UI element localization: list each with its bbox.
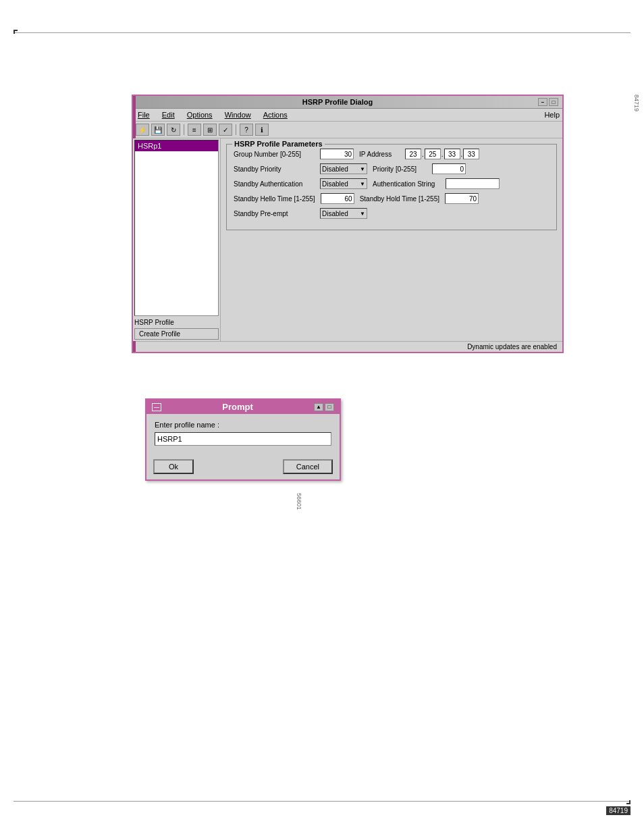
standby-priority-label: Standby Priority [234,165,315,173]
priority-input[interactable] [432,163,466,174]
maximize-button[interactable]: □ [549,98,558,106]
prompt-title-controls: ▲ □ [314,403,334,411]
toolbar-info-icon[interactable]: ℹ [255,124,269,136]
ip-octet-3[interactable] [444,149,460,159]
preempt-label: Standby Pre-empt [234,210,315,217]
prompt-minimize-button[interactable]: ▲ [314,403,323,411]
ip-address-label: IP Address [359,151,400,158]
prompt-maximize-button[interactable]: □ [325,403,334,411]
group-number-input[interactable] [320,149,354,159]
menu-edit[interactable]: Edit [160,110,177,120]
auth-string-input[interactable] [446,178,500,189]
param-row-preempt: Standby Pre-empt Disabled ▼ [234,208,549,219]
toolbar: ⚡ 💾 ↻ ≡ ⊞ ✓ ? ℹ [133,122,562,138]
prompt-system-menu[interactable]: — [152,403,161,411]
toolbar-check-icon[interactable]: ✓ [219,124,232,136]
toolbar-save-icon[interactable]: 💾 [151,124,165,136]
prompt-ok-button[interactable]: Ok [153,459,194,474]
profile-list-panel: HSRp1 HSRP Profile Create Profile [133,138,221,341]
hold-time-input[interactable] [445,193,479,204]
standby-priority-arrow: ▼ [360,166,365,172]
prompt-titlebar: — Prompt ▲ □ [146,400,340,414]
menu-help[interactable]: Help [544,111,560,119]
param-row-priority: Standby Priority Disabled ▼ Priority [0-… [234,163,549,174]
profile-list-box[interactable]: HSRp1 [134,140,219,316]
hsrp-side-number: 84719 [633,95,640,111]
prompt-dialog: — Prompt ▲ □ Enter profile name : Ok Can… [145,398,341,481]
hello-time-input[interactable] [321,193,354,204]
prompt-name-input[interactable] [155,432,331,446]
top-border [14,32,630,33]
toolbar-separator2 [236,124,236,135]
params-group: HSRP Profile Parameters Group Number [0-… [226,144,557,230]
prompt-buttons: Ok Cancel [146,459,340,479]
hsrp-titlebar: HSRP Profile Dialog − □ [133,96,562,109]
toolbar-nav-icon[interactable]: ⚡ [136,124,149,136]
corner-tl [14,30,18,34]
profile-label: HSRP Profile [134,319,219,326]
prompt-body: Enter profile name : [146,414,340,459]
standby-auth-select[interactable]: Disabled ▼ [320,178,367,189]
toolbar-refresh-icon[interactable]: ↻ [167,124,180,136]
corner-br [626,800,630,804]
prompt-title: Prompt [161,402,314,412]
standby-auth-label: Standby Authentication [234,180,315,188]
standby-priority-select[interactable]: Disabled ▼ [320,163,367,174]
menu-window[interactable]: Window [223,110,253,120]
hsrp-profile-dialog: HSRP Profile Dialog − □ File Edit Option… [132,95,564,353]
hsrp-dialog-title: HSRP Profile Dialog [137,98,538,106]
page-number-br: 84719 [606,806,630,815]
status-bar: Dynamic updates are enabled [133,341,562,352]
profile-list-item[interactable]: HSRp1 [135,140,218,151]
priority-label: Priority [0-255] [373,165,427,173]
toolbar-separator [184,124,184,135]
preempt-arrow: ▼ [360,211,365,217]
standby-auth-arrow: ▼ [360,181,365,187]
prompt-side-number: 56601 [296,493,302,510]
toolbar-grid-icon[interactable]: ⊞ [203,124,217,136]
bottom-border [14,801,630,802]
preempt-select[interactable]: Disabled ▼ [320,208,367,219]
prompt-input-label: Enter profile name : [155,421,331,429]
create-profile-button[interactable]: Create Profile [134,328,219,340]
ip-octet-2[interactable] [425,149,441,159]
param-row-group: Group Number [0-255] IP Address . . . [234,149,549,159]
menu-bar: File Edit Options Window Actions Help [133,109,562,122]
group-number-label: Group Number [0-255] [234,151,315,158]
params-group-title: HSRP Profile Parameters [232,140,325,148]
ip-address-inputs: . . . [405,149,479,159]
param-row-auth: Standby Authentication Disabled ▼ Authen… [234,178,549,189]
ip-octet-4[interactable] [463,149,479,159]
hello-time-label: Standby Hello Time [1-255] [234,195,315,203]
minimize-button[interactable]: − [538,98,547,106]
dialog-body: HSRp1 HSRP Profile Create Profile HSRP P… [133,138,562,341]
titlebar-controls: − □ [538,98,558,106]
hold-time-label: Standby Hold Time [1-255] [360,195,439,203]
menu-file[interactable]: File [136,110,152,120]
param-row-timers: Standby Hello Time [1-255] Standby Hold … [234,193,549,204]
toolbar-help-icon[interactable]: ? [240,124,253,136]
menu-options[interactable]: Options [185,110,215,120]
menu-actions[interactable]: Actions [261,110,290,120]
auth-string-label: Authentication String [373,180,440,188]
ip-octet-1[interactable] [405,149,421,159]
prompt-cancel-button[interactable]: Cancel [283,459,333,474]
params-panel: HSRP Profile Parameters Group Number [0-… [221,138,562,341]
toolbar-list-icon[interactable]: ≡ [188,124,201,136]
